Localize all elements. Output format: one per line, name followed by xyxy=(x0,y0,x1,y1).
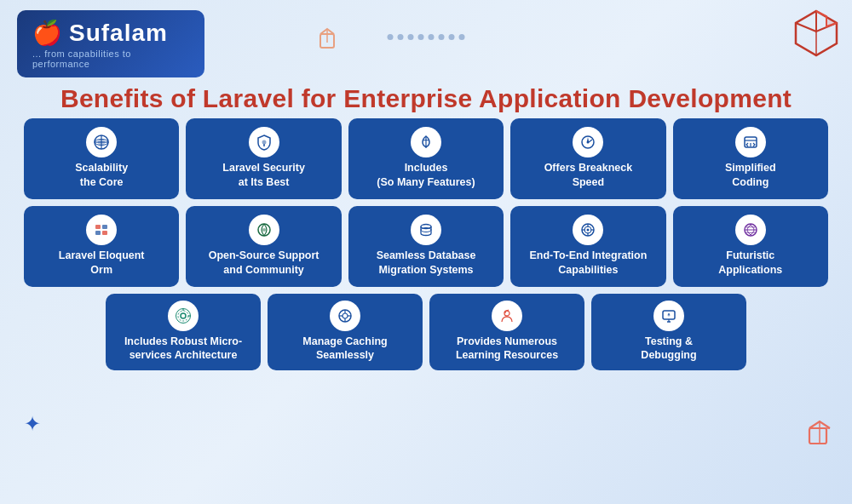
svg-rect-17 xyxy=(102,225,107,229)
card-icon-opensource xyxy=(249,215,279,245)
card-icon-security xyxy=(249,127,279,158)
card-label-database: Seamless DatabaseMigration Systems xyxy=(377,249,476,277)
svg-point-21 xyxy=(262,228,266,232)
card-label-eloquent: Laravel EloquentOrm xyxy=(59,249,145,277)
card-microservices: Includes Robust Micro-services Architect… xyxy=(106,294,261,370)
card-futuristic: FuturisticApplications xyxy=(673,206,828,287)
card-icon-testing xyxy=(653,301,684,331)
svg-rect-18 xyxy=(95,231,101,235)
cards-grid: Scalabilitythe Core Laravel Securityat I… xyxy=(0,118,852,370)
card-features: Includes(So Many Features) xyxy=(348,118,504,199)
card-label-security: Laravel Securityat Its Best xyxy=(222,161,305,189)
card-label-scalability: Scalabilitythe Core xyxy=(75,161,128,189)
deco-star: ✦ xyxy=(24,412,41,436)
logo-tagline: ... from capabilities to performance xyxy=(32,49,189,69)
card-label-caching: Manage CachingSeamlessly xyxy=(302,335,387,363)
card-label-speed: Offers BreakneckSpeed xyxy=(544,161,633,189)
svg-point-26 xyxy=(587,229,590,232)
card-icon-speed xyxy=(573,127,603,158)
svg-point-34 xyxy=(178,311,188,321)
svg-point-12 xyxy=(587,141,590,144)
logo-icon: 🍎 xyxy=(32,19,62,47)
card-row-1: Scalabilitythe Core Laravel Securityat I… xyxy=(24,118,828,199)
logo-box: 🍎 Sufalam ... from capabilities to perfo… xyxy=(17,10,204,77)
deco-dots xyxy=(388,34,465,40)
card-row-3: Includes Robust Micro-services Architect… xyxy=(24,294,828,370)
card-learning: Provides NumerousLearning Resources xyxy=(429,294,584,370)
card-icon-eloquent xyxy=(86,215,117,245)
card-icon-scalability xyxy=(86,127,117,158)
svg-point-8 xyxy=(262,140,266,145)
card-label-coding: SimplifiedCoding xyxy=(725,161,776,189)
card-label-learning: Provides NumerousLearning Resources xyxy=(456,335,558,363)
card-caching: Manage CachingSeamlessly xyxy=(268,294,423,370)
card-label-microservices: Includes Robust Micro-services Architect… xyxy=(124,335,242,363)
page-title: Benefits of Laravel for Enterprise Appli… xyxy=(0,77,852,118)
svg-rect-51 xyxy=(809,428,826,444)
card-testing: Testing &Debugging xyxy=(591,294,746,370)
card-icon-database xyxy=(411,215,441,245)
card-database: Seamless DatabaseMigration Systems xyxy=(348,206,504,287)
card-integration: End-To-End IntegrationCapabilities xyxy=(510,206,665,287)
card-opensource: Open-Source Supportand Community xyxy=(186,206,341,287)
card-speed: Offers BreakneckSpeed xyxy=(510,118,665,199)
card-label-futuristic: FuturisticApplications xyxy=(718,249,782,277)
card-row-2: Laravel EloquentOrm Open-Source Supporta… xyxy=(24,206,828,287)
card-icon-futuristic xyxy=(735,215,766,245)
svg-rect-16 xyxy=(95,225,101,229)
card-icon-integration xyxy=(573,215,603,245)
logo-name: Sufalam xyxy=(69,20,168,47)
svg-rect-19 xyxy=(102,231,107,235)
card-icon-learning xyxy=(492,301,522,331)
card-eloquent: Laravel EloquentOrm xyxy=(24,206,179,287)
svg-point-39 xyxy=(343,313,348,318)
card-icon-coding xyxy=(735,127,766,158)
deco-box-icon xyxy=(315,26,341,56)
card-icon-caching xyxy=(330,301,360,331)
card-security: Laravel Securityat Its Best xyxy=(186,118,341,199)
card-label-features: Includes(So Many Features) xyxy=(377,161,475,189)
card-icon-microservices xyxy=(168,301,199,331)
card-icon-features xyxy=(411,127,441,158)
svg-point-33 xyxy=(181,313,186,318)
card-scalability: Scalabilitythe Core xyxy=(24,118,179,199)
deco-box-bottom-right xyxy=(804,416,835,453)
card-coding: SimplifiedCoding xyxy=(673,118,828,199)
laravel-logo xyxy=(787,4,845,66)
card-label-integration: End-To-End IntegrationCapabilities xyxy=(529,249,647,277)
logo-top: 🍎 Sufalam xyxy=(32,19,168,47)
card-label-opensource: Open-Source Supportand Community xyxy=(209,249,320,277)
card-label-testing: Testing &Debugging xyxy=(641,335,696,363)
